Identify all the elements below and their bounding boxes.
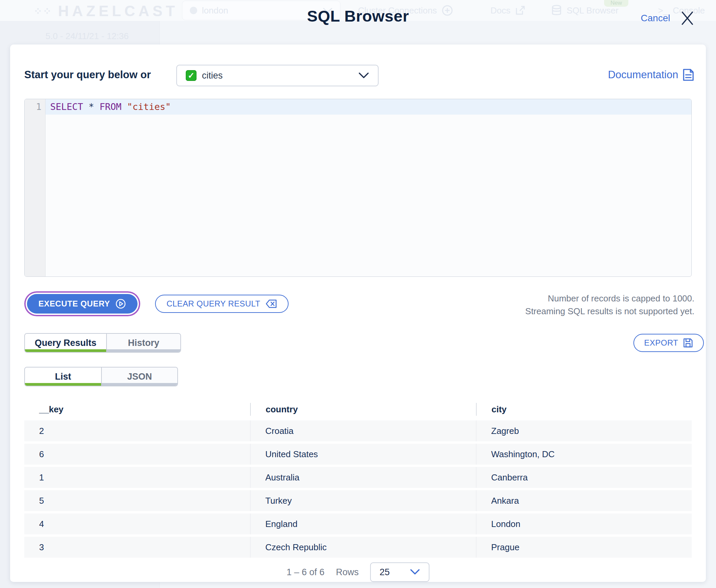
editor-line-number: 1 [25,99,45,114]
nav-docs: Docs [490,0,525,21]
results-tab-group: Query Results History [24,333,181,353]
sql-keyword: FROM [100,102,121,112]
view-tab-group: List JSON [24,367,178,386]
editor-code-line: SELECT * FROM "cities" [50,99,171,114]
sidebar-version-text: 5.0 - 24/11/21 - 12:36 [45,31,129,41]
table-row[interactable]: 5 Turkey Ankara [24,490,692,511]
close-icon[interactable] [680,11,694,25]
clear-query-result-label: CLEAR QUERY RESULT [167,299,260,309]
column-header-key: __key [24,401,250,418]
tab-query-results[interactable]: Query Results [25,334,106,352]
query-intro-label: Start your query below or [24,69,151,81]
sql-editor[interactable]: 1 SELECT * FROM "cities" [24,99,692,277]
rows-per-page-label: Rows [336,567,359,578]
results-table: __key country city 2 Croatia Zagreb 6 Un… [24,401,692,558]
page-title: SQL Browser [307,7,409,25]
export-label: EXPORT [644,338,678,348]
documentation-link[interactable]: Documentation [608,68,694,82]
plus-circle-icon [442,5,453,16]
table-row[interactable]: 2 Croatia Zagreb [24,420,692,441]
documentation-label: Documentation [608,69,678,81]
table-header-row: __key country city [24,401,692,418]
table-row[interactable]: 6 United States Washington, DC [24,444,692,465]
database-icon [551,5,562,16]
table-row[interactable]: 3 Czech Republic Prague [24,537,692,558]
execute-query-button[interactable]: EXECUTE QUERY [27,294,138,314]
rows-per-page-value: 25 [380,567,390,578]
cancel-button[interactable]: Cancel [641,13,670,24]
column-header-country: country [250,403,476,416]
column-header-city: city [476,403,692,416]
new-badge: New [604,0,628,7]
save-floppy-icon [683,338,693,348]
sql-star-operator: * [89,102,94,112]
cluster-status-dot-icon [190,7,197,14]
sql-string-literal: "cities" [127,102,171,112]
hazelcast-logo-text: HAZELCAST [58,3,178,20]
table-row[interactable]: 1 Australia Canberra [24,467,692,488]
cluster-name: london [202,5,228,16]
execute-query-label: EXECUTE QUERY [38,299,110,309]
clear-query-result-button[interactable]: CLEAR QUERY RESULT [155,295,289,313]
map-select-dropdown[interactable]: ✓ cities [176,65,379,86]
hazelcast-logo: ⁘⁘ HAZELCAST [34,3,178,20]
sql-keyword: SELECT [50,102,83,112]
external-link-icon [515,5,525,16]
map-select-value: cities [202,70,223,81]
chevron-down-icon [410,569,420,575]
rows-per-page-select[interactable]: 25 [370,562,429,582]
table-row[interactable]: 4 England London [24,513,692,534]
play-circle-icon [115,298,126,309]
editor-gutter [25,99,45,276]
note-line-2: Streaming SQL results is not supported y… [525,305,694,318]
backspace-icon [266,299,277,308]
hazelcast-logo-mark-icon: ⁘⁘ [34,5,52,17]
checked-map-icon: ✓ [186,70,196,81]
pagination: 1 – 6 of 6 Rows 25 [287,562,429,582]
note-line-1: Number of records is capped to 1000. [525,292,694,305]
document-icon [682,68,694,82]
chevron-down-icon [358,72,369,79]
tab-json[interactable]: JSON [101,368,177,386]
tab-history[interactable]: History [106,334,180,352]
export-button[interactable]: EXPORT [633,334,704,352]
page-range: 1 – 6 of 6 [287,567,324,578]
results-note: Number of records is capped to 1000. Str… [525,292,694,318]
tab-list[interactable]: List [25,368,101,386]
